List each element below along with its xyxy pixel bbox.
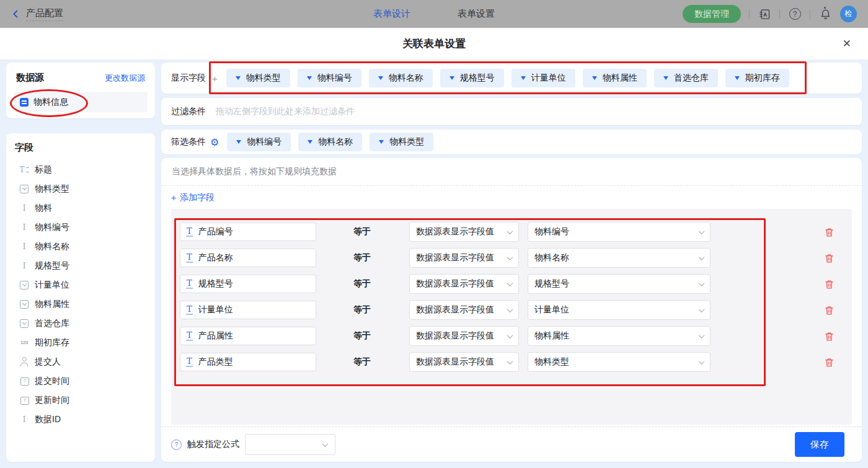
- source-type-dropdown[interactable]: 数据源表显示字段值: [409, 326, 519, 346]
- source-type-dropdown[interactable]: 数据源表显示字段值: [409, 222, 519, 242]
- sidebar-field-item[interactable]: 标题: [14, 160, 148, 179]
- text-field-icon: [186, 305, 193, 315]
- trash-icon: [824, 357, 835, 368]
- filter-dropzone-placeholder[interactable]: 拖动左侧字段到此处来添加过滤条件: [216, 106, 355, 117]
- field-tag[interactable]: 规格型号: [440, 69, 504, 87]
- source-field-dropdown[interactable]: 计量单位: [528, 300, 711, 320]
- delete-rule-button[interactable]: [824, 357, 835, 368]
- source-field-dropdown[interactable]: 物料属性: [528, 326, 711, 346]
- source-type-dropdown[interactable]: 数据源表显示字段值: [409, 352, 519, 372]
- datasource-selected-item[interactable]: 物料信息: [14, 92, 148, 112]
- trash-icon: [824, 331, 835, 342]
- field-tag-label: 物料类型: [389, 136, 424, 148]
- trash-icon: [824, 279, 835, 289]
- target-field-input[interactable]: 产品编号: [180, 223, 316, 241]
- display-fields-label: 显示字段: [171, 73, 206, 84]
- sidebar-field-item[interactable]: 物料编号: [14, 218, 148, 237]
- rules-hint-text: 当选择具体数据后，将按如下规则填充数据: [161, 158, 862, 186]
- sidebar-field-item[interactable]: 物料属性: [14, 294, 148, 314]
- field-tag[interactable]: 首选仓库: [654, 69, 718, 87]
- add-field-label: 添加字段: [180, 192, 215, 203]
- sidebar-field-item[interactable]: 期初库存: [14, 333, 148, 352]
- field-tag[interactable]: 物料名称: [298, 133, 362, 151]
- gear-icon[interactable]: ⚙: [210, 136, 219, 148]
- triangle-down-icon: [236, 140, 241, 144]
- address-book-icon[interactable]: [758, 7, 771, 21]
- rule-row: 计量单位 等于 数据源表显示字段值 计量单位: [180, 297, 843, 323]
- rules-footer: ? 触发指定公式 保存: [161, 426, 862, 462]
- source-field-value: 物料名称: [534, 252, 569, 263]
- delete-rule-button[interactable]: [824, 253, 835, 263]
- sidebar-field-item[interactable]: 首选仓库: [14, 314, 148, 333]
- source-field-dropdown[interactable]: 物料名称: [528, 248, 711, 268]
- help-icon[interactable]: ?: [788, 7, 802, 21]
- target-field-input[interactable]: 计量单位: [180, 301, 316, 319]
- source-type-value: 数据源表显示字段值: [416, 304, 494, 316]
- triangle-down-icon: [379, 140, 384, 144]
- field-tag[interactable]: 物料编号: [298, 69, 361, 87]
- screening-field-tags: 物料编号 物料名称 物料类型: [227, 133, 433, 151]
- field-tag[interactable]: 物料类型: [370, 133, 433, 151]
- source-field-dropdown[interactable]: 物料类型: [528, 352, 711, 372]
- target-field-input[interactable]: 产品类型: [180, 353, 316, 371]
- sidebar-field-item[interactable]: 物料类型: [14, 179, 148, 198]
- field-label: 物料类型: [35, 183, 69, 195]
- target-field-value: 规格型号: [198, 278, 233, 289]
- field-tag[interactable]: 计量单位: [512, 69, 575, 87]
- close-icon[interactable]: ✕: [843, 37, 851, 50]
- delete-rule-button[interactable]: [824, 279, 835, 289]
- field-tag[interactable]: 期初库存: [725, 69, 789, 87]
- notification-bell-icon[interactable]: [818, 7, 832, 21]
- back-button[interactable]: 产品配置: [11, 7, 63, 21]
- add-display-field-button[interactable]: +: [212, 73, 218, 84]
- field-type-icon: [19, 319, 29, 328]
- modal-title: 关联表单设置: [402, 37, 466, 51]
- source-field-dropdown[interactable]: 规格型号: [528, 274, 711, 294]
- target-field-value: 计量单位: [198, 304, 233, 316]
- field-label: 计量单位: [35, 280, 69, 291]
- rules-list: 产品编号 等于 数据源表显示字段值 物料编号: [171, 209, 852, 425]
- operator-label: 等于: [353, 330, 388, 342]
- target-field-input[interactable]: 产品名称: [180, 249, 316, 267]
- fields-title: 字段: [14, 142, 148, 154]
- target-field-input[interactable]: 产品属性: [180, 327, 316, 345]
- delete-rule-button[interactable]: [824, 305, 835, 316]
- tab-form-settings[interactable]: 表单设置: [458, 8, 495, 20]
- sidebar-field-item[interactable]: 数据ID: [14, 410, 148, 429]
- source-field-value: 物料类型: [534, 356, 569, 368]
- sidebar-field-item[interactable]: 计量单位: [14, 275, 148, 294]
- chevron-down-icon: [699, 306, 705, 312]
- sidebar-field-item[interactable]: 提交时间: [14, 371, 148, 391]
- field-tag-label: 物料编号: [317, 73, 352, 84]
- field-tag[interactable]: 物料名称: [369, 69, 433, 87]
- add-field-button[interactable]: + 添加字段: [171, 192, 215, 203]
- sidebar-field-item[interactable]: 更新时间: [14, 391, 148, 410]
- source-field-dropdown[interactable]: 物料编号: [528, 222, 711, 242]
- tab-form-design[interactable]: 表单设计: [373, 8, 410, 20]
- question-circle-icon[interactable]: ?: [171, 439, 182, 450]
- field-tag[interactable]: 物料类型: [226, 69, 290, 87]
- rule-row: 产品属性 等于 数据源表显示字段值 物料属性: [180, 323, 843, 349]
- chevron-left-icon: [11, 9, 20, 19]
- field-label: 物料属性: [35, 299, 69, 310]
- sidebar-field-item[interactable]: 物料: [14, 198, 148, 218]
- chevron-down-icon: [507, 254, 513, 260]
- delete-rule-button[interactable]: [824, 331, 835, 342]
- sidebar-field-item[interactable]: 规格型号: [14, 256, 148, 275]
- source-type-dropdown[interactable]: 数据源表显示字段值: [409, 248, 519, 268]
- formula-select[interactable]: [245, 434, 335, 455]
- field-tag[interactable]: 物料属性: [583, 69, 647, 87]
- operator-label: 等于: [353, 356, 388, 368]
- sidebar-field-item[interactable]: 物料名称: [14, 237, 148, 256]
- datasource-card: 数据源 更改数据源 物料信息: [6, 63, 155, 118]
- field-tag[interactable]: 物料编号: [227, 133, 291, 151]
- data-manage-button[interactable]: 数据管理: [683, 5, 741, 23]
- target-field-input[interactable]: 规格型号: [180, 275, 316, 293]
- save-button[interactable]: 保存: [795, 432, 844, 457]
- user-avatar[interactable]: 检: [840, 6, 857, 22]
- source-type-dropdown[interactable]: 数据源表显示字段值: [409, 300, 519, 320]
- delete-rule-button[interactable]: [824, 227, 835, 237]
- source-type-dropdown[interactable]: 数据源表显示字段值: [409, 274, 519, 294]
- sidebar-field-item[interactable]: 提交人: [14, 352, 148, 371]
- change-datasource-link[interactable]: 更改数据源: [105, 73, 145, 84]
